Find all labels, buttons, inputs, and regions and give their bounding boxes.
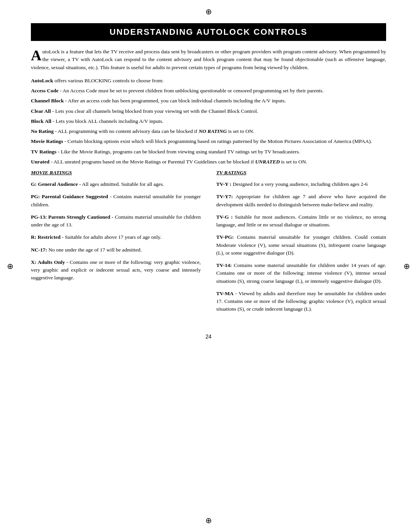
channel-block-label: Channel Block xyxy=(31,98,64,104)
intro-text: utoLock is a feature that lets the TV re… xyxy=(31,49,386,70)
page-title: UNDERSTANDING AUTOLOCK CONTROLS xyxy=(39,27,378,37)
rating-tvma: TV-MA - Viewed by adults and therefore m… xyxy=(216,290,386,313)
rating-tvpg-label: TV-PG: xyxy=(216,234,234,240)
feature-tv-ratings: TV Ratings - Like the Movie Ratings, pro… xyxy=(31,148,386,156)
feature-access-code: Access Code - An Access Code must be set… xyxy=(31,87,386,95)
reg-mark-bottom: ⊕ xyxy=(205,516,212,525)
access-code-label: Access Code xyxy=(31,88,59,93)
rating-tvpg-text: Contains material unsuitable for younger… xyxy=(216,234,386,256)
intro-paragraph: AutoLock is a feature that lets the TV r… xyxy=(31,48,386,71)
feature-no-rating: No Rating - ALL programming with no cont… xyxy=(31,127,386,135)
movie-ratings-header: MOVIE RATINGS xyxy=(31,170,201,176)
rating-tvpg: TV-PG: Contains material unsuitable for … xyxy=(216,233,386,257)
tv-ratings-column: TV RATINGS TV-Y : Designed for a very yo… xyxy=(216,170,386,318)
access-code-text: - An Access Code must be set to prevent … xyxy=(59,88,324,93)
channel-block-text: - After an access code has been programm… xyxy=(64,98,286,104)
rating-pg13-label: PG-13: Parents Strongly Cautioned xyxy=(31,214,110,220)
rating-tvy7-text: Appropriate for children age 7 and above… xyxy=(216,194,386,207)
rating-pg13: PG-13: Parents Strongly Cautioned - Cont… xyxy=(31,213,201,229)
rating-tvy-text: Designed for a very young audience, incl… xyxy=(231,181,368,187)
no-rating-italic: NO RATING xyxy=(198,128,227,134)
feature-unrated: Unrated - ALL unrated programs based on … xyxy=(31,158,386,166)
clear-all-label: Clear All xyxy=(31,108,51,114)
unrated-label: Unrated xyxy=(31,159,49,165)
rating-x: X: Adults Only - Contains one or more of… xyxy=(31,258,201,282)
tv-ratings-label: TV Ratings xyxy=(31,149,56,155)
feature-autolock: AutoLock offers various BLOCKING control… xyxy=(31,77,386,85)
movie-ratings-text: - Certain blocking options exist which w… xyxy=(63,138,372,144)
rating-r-text: - Suitable for adults above 17 years of … xyxy=(61,234,161,240)
drop-cap: A xyxy=(31,49,41,61)
rating-tvg-label: TV-G : xyxy=(216,214,233,220)
rating-pg: PG: Parental Guidance Suggested - Contai… xyxy=(31,193,201,209)
rating-r: R: Restricted - Suitable for adults abov… xyxy=(31,233,201,241)
movie-ratings-label: Movie Ratings xyxy=(31,138,63,144)
page-number: 24 xyxy=(31,333,386,340)
rating-tvg-text: Suitable for most audiences. Contains li… xyxy=(216,214,386,228)
feature-clear-all: Clear All - Lets you clear all channels … xyxy=(31,107,386,115)
rating-tvg: TV-G : Suitable for most audiences. Cont… xyxy=(216,213,386,229)
two-column-section: MOVIE RATINGS G: General Audience - All … xyxy=(31,170,386,318)
clear-all-text: - Lets you clear all channels being bloc… xyxy=(51,108,258,114)
title-bar: UNDERSTANDING AUTOLOCK CONTROLS xyxy=(31,23,386,41)
rating-r-label: R: Restricted xyxy=(31,234,61,240)
reg-mark-left: ⊕ xyxy=(7,262,14,271)
page: ⊕ ⊕ ⊕ ⊕ UNDERSTANDING AUTOLOCK CONTROLS … xyxy=(0,0,417,532)
rating-tv14-label: TV-14: xyxy=(216,262,232,268)
rating-g-label: G: General Audience xyxy=(31,181,78,187)
tv-ratings-header: TV RATINGS xyxy=(216,170,386,176)
no-rating-text: - ALL programming with no content adviso… xyxy=(54,128,199,134)
rating-tvy7: TV-Y7: Appropriate for children age 7 an… xyxy=(216,193,386,209)
no-rating-label: No Rating xyxy=(31,128,54,134)
unrated-italic: UNRATED xyxy=(255,159,280,165)
rating-g-text: - All ages admitted. Suitable for all ag… xyxy=(78,181,164,187)
tv-ratings-text: - Like the Movie Ratings, programs can b… xyxy=(56,149,300,155)
rating-nc17: NC-17: No one under the age of 17 will b… xyxy=(31,246,201,254)
rating-tvy: TV-Y : Designed for a very young audienc… xyxy=(216,180,386,188)
feature-channel-block: Channel Block - After an access code has… xyxy=(31,97,386,105)
unrated-text: - ALL unrated programs based on the Movi… xyxy=(49,159,255,165)
rating-tv14: TV-14: Contains some material unsuitable… xyxy=(216,262,386,285)
autolock-text: offers various BLOCKING controls to choo… xyxy=(53,78,164,83)
movie-ratings-column: MOVIE RATINGS G: General Audience - All … xyxy=(31,170,201,318)
no-rating-text2: is set to ON. xyxy=(227,128,254,134)
feature-block-all: Block All - Lets you block ALL channels … xyxy=(31,117,386,125)
rating-tv14-text: Contains some material unsuitable for ch… xyxy=(216,262,386,284)
reg-mark-right: ⊕ xyxy=(403,262,410,271)
rating-tvy7-label: TV-Y7: xyxy=(216,194,233,199)
autolock-label: AutoLock xyxy=(31,78,53,83)
rating-x-label: X: Adults Only xyxy=(31,259,65,265)
rating-tvma-text: - Viewed by adults and therefore may be … xyxy=(216,291,386,312)
rating-nc17-label: NC-17: xyxy=(31,247,47,253)
block-all-label: Block All xyxy=(31,118,51,124)
rating-pg-label: PG: Parental Guidance Suggested xyxy=(31,194,108,199)
reg-mark-top: ⊕ xyxy=(205,7,212,16)
block-all-text: - Lets you block ALL channels including … xyxy=(51,118,163,124)
rating-tvy-label: TV-Y : xyxy=(216,181,231,187)
feature-list: AutoLock offers various BLOCKING control… xyxy=(31,77,386,166)
rating-nc17-text: No one under the age of 17 will be admit… xyxy=(47,247,142,253)
unrated-text2: is set to ON. xyxy=(280,159,307,165)
feature-movie-ratings: Movie Ratings - Certain blocking options… xyxy=(31,138,386,145)
rating-tvma-label: TV-MA xyxy=(216,291,234,296)
rating-g: G: General Audience - All ages admitted.… xyxy=(31,180,201,188)
